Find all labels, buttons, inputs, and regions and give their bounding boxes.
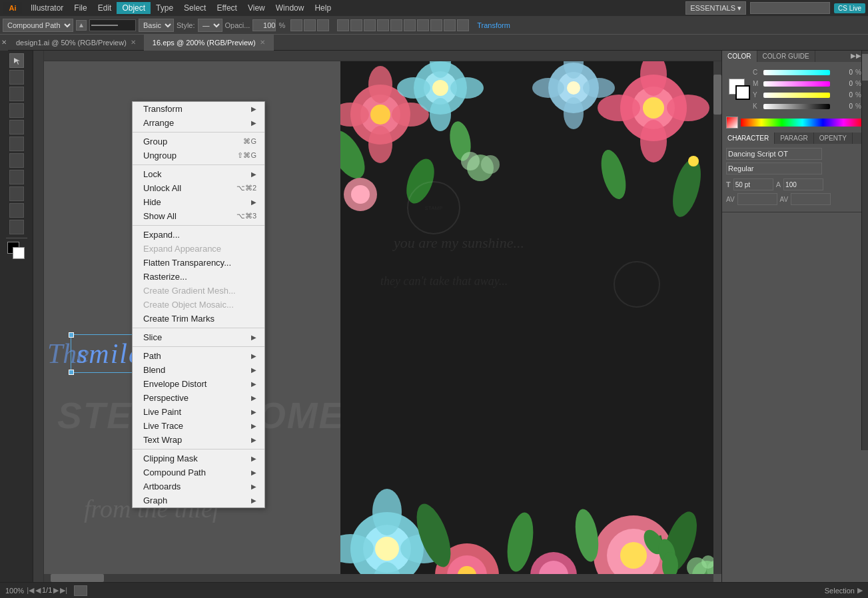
menu-item-hide[interactable]: Hide ▶ — [133, 195, 264, 209]
handle-bl[interactable] — [69, 370, 74, 375]
scale-tool[interactable] — [9, 170, 24, 184]
menu-item-create-gradient-mesh[interactable]: Create Gradient Mesh... — [133, 284, 264, 298]
align-icon-6[interactable] — [404, 19, 416, 31]
menu-item-type[interactable]: Type — [151, 2, 179, 14]
tab-16eps[interactable]: 16.eps @ 200% (RGB/Preview) ✕ — [145, 35, 274, 51]
gradient-tool[interactable] — [9, 186, 24, 201]
v-scrollbar[interactable] — [713, 61, 721, 574]
tracking-input[interactable] — [737, 193, 777, 205]
k-slider[interactable] — [763, 104, 830, 109]
tab-design1[interactable]: design1.ai @ 50% (RGB/Preview) ✕ — [8, 35, 145, 51]
close-tab-icon[interactable]: ✕ — [0, 35, 8, 51]
stroke-swatch[interactable] — [735, 85, 750, 100]
bound-icon[interactable] — [76, 20, 87, 31]
menu-item-live-trace[interactable]: Live Trace ▶ — [133, 419, 264, 433]
menu-item-illustrator[interactable]: Illustrator — [25, 2, 69, 14]
menu-item-show-all[interactable]: Show All ⌥⌘3 — [133, 209, 264, 223]
color-spectrum[interactable] — [741, 119, 864, 127]
menu-item-rasterize[interactable]: Rasterize... — [133, 270, 264, 284]
transform-icon-2[interactable] — [304, 19, 316, 31]
c-slider[interactable] — [763, 70, 830, 75]
menu-item-effect[interactable]: Effect — [211, 2, 242, 14]
nav-first[interactable]: |◀ — [27, 586, 34, 595]
menu-item-expand-appearance[interactable]: Expand Appearance — [133, 242, 264, 256]
menu-item-expand[interactable]: Expand... — [133, 228, 264, 242]
tab-paragraph[interactable]: PARAGR — [775, 133, 814, 144]
rotate-tool[interactable] — [9, 153, 24, 168]
gradient-preview[interactable] — [726, 117, 738, 129]
align-icon-5[interactable] — [390, 19, 402, 31]
right-scrollbar[interactable] — [861, 51, 868, 450]
align-icon-3[interactable] — [364, 19, 376, 31]
nav-prev[interactable]: ◀ — [35, 586, 41, 595]
canvas-area[interactable]: STEAL'S SOMETHING from the thief smiles … — [33, 51, 721, 582]
menu-item-object[interactable]: Object — [117, 2, 151, 14]
eyedropper-tool[interactable] — [9, 203, 24, 218]
menu-item-blend[interactable]: Blend ▶ — [133, 363, 264, 377]
menu-item-flatten-transparency[interactable]: Flatten Transparency... — [133, 256, 264, 270]
menu-item-artboards[interactable]: Artboards ▶ — [133, 479, 264, 493]
menu-item-slice[interactable]: Slice ▶ — [133, 330, 264, 344]
leading-input[interactable] — [783, 178, 823, 190]
menu-item-edit[interactable]: Edit — [93, 2, 117, 14]
font-name-input[interactable] — [726, 148, 822, 160]
transform-icon-3[interactable] — [317, 19, 329, 31]
style-select[interactable]: Basic — [139, 19, 174, 32]
h-scrollbar-thumb[interactable] — [51, 574, 104, 582]
nav-next[interactable]: ▶ — [53, 586, 59, 595]
tab-opentype[interactable]: OPENTY — [814, 133, 853, 144]
selection-tool[interactable] — [9, 53, 24, 68]
align-icon-10[interactable] — [457, 19, 469, 31]
menu-item-file[interactable]: File — [69, 2, 92, 14]
tab-color[interactable]: COLOR — [722, 51, 757, 62]
pen-tool[interactable] — [9, 87, 24, 101]
y-slider[interactable] — [763, 93, 830, 98]
menu-item-transform[interactable]: Transform ▶ — [133, 102, 264, 116]
align-icon-2[interactable] — [350, 19, 362, 31]
menu-item-arrange[interactable]: Arrange ▶ — [133, 116, 264, 130]
menu-item-live-paint[interactable]: Live Paint ▶ — [133, 405, 264, 419]
menu-item-help[interactable]: Help — [309, 2, 336, 14]
menu-item-select[interactable]: Select — [179, 2, 211, 14]
menu-item-unlock-all[interactable]: Unlock All ⌥⌘2 — [133, 181, 264, 195]
menu-item-clipping-mask[interactable]: Clipping Mask ▶ — [133, 451, 264, 465]
menu-item-envelope-distort[interactable]: Envelope Distort ▶ — [133, 377, 264, 391]
font-style-input[interactable] — [726, 162, 822, 174]
pencil-tool[interactable] — [9, 137, 24, 151]
nav-last[interactable]: ▶| — [60, 586, 67, 595]
menu-item-text-wrap[interactable]: Text Wrap ▶ — [133, 433, 264, 447]
right-scrollbar-thumb[interactable] — [862, 54, 868, 81]
menu-item-path[interactable]: Path ▶ — [133, 349, 264, 363]
m-slider[interactable] — [763, 81, 830, 87]
align-icon-1[interactable] — [337, 19, 349, 31]
paintbrush-tool[interactable] — [9, 120, 24, 135]
menu-item-perspective[interactable]: Perspective ▶ — [133, 391, 264, 405]
transform-link[interactable]: Transform — [477, 21, 510, 29]
menu-item-graph[interactable]: Graph ▶ — [133, 493, 264, 507]
align-icon-7[interactable] — [417, 19, 429, 31]
menu-item-create-trim-marks[interactable]: Create Trim Marks — [133, 312, 264, 326]
menu-item-lock[interactable]: Lock ▶ — [133, 167, 264, 181]
zoom-tool[interactable] — [9, 220, 24, 234]
menu-item-create-object-mosaic[interactable]: Create Object Mosaic... — [133, 298, 264, 312]
direct-selection-tool[interactable] — [9, 70, 24, 85]
panel-expand-icon[interactable]: ▶▶ — [851, 52, 861, 61]
tab-16eps-close[interactable]: ✕ — [260, 39, 265, 46]
kerning-input[interactable] — [791, 193, 831, 205]
menu-item-group[interactable]: Group ⌘G — [133, 135, 264, 149]
align-icon-9[interactable] — [444, 19, 456, 31]
fill-stroke-swatches[interactable] — [729, 79, 750, 103]
style2-select[interactable]: — — [198, 19, 222, 32]
type-tool[interactable] — [9, 103, 24, 118]
menu-item-view[interactable]: View — [242, 2, 270, 14]
transform-icon-1[interactable] — [290, 19, 302, 31]
menu-item-ungroup[interactable]: Ungroup ⇧⌘G — [133, 149, 264, 162]
align-icon-8[interactable] — [430, 19, 442, 31]
tab-color-guide[interactable]: COLOR GUIDE — [757, 51, 815, 62]
essentials-button[interactable]: ESSENTIALS ▾ — [685, 1, 746, 15]
font-size-input[interactable] — [733, 178, 773, 190]
menu-item-window[interactable]: Window — [270, 2, 310, 14]
bound-select[interactable]: Compound Path — [3, 19, 73, 32]
h-scrollbar[interactable] — [44, 574, 713, 582]
align-icon-4[interactable] — [377, 19, 389, 31]
